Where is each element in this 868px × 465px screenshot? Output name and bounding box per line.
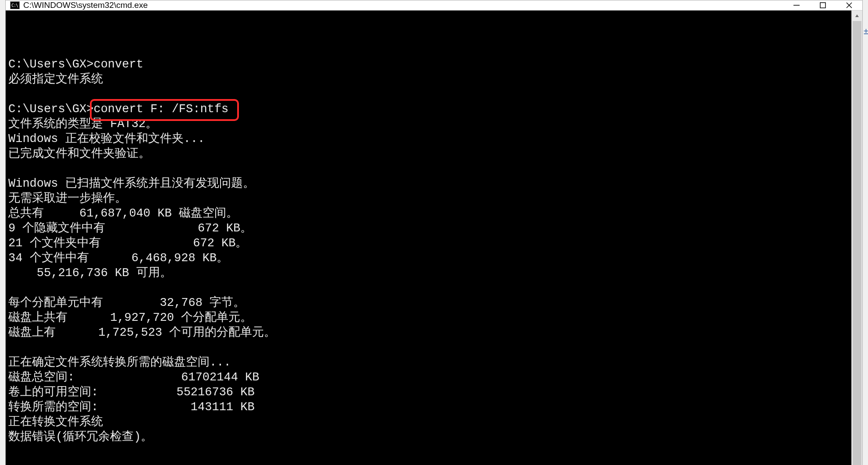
cmd-window: C:\ C:\WINDOWS\system32\cmd.exe C:\Users… bbox=[5, 0, 863, 465]
scroll-up-button[interactable] bbox=[852, 11, 862, 21]
terminal-area: C:\Users\GX>convert必须指定文件系统 C:\Users\GX>… bbox=[6, 11, 862, 465]
terminal-line: 正在确定文件系统转换所需的磁盘空间... bbox=[8, 355, 851, 370]
close-button[interactable] bbox=[836, 0, 862, 10]
scroll-track[interactable] bbox=[852, 21, 862, 465]
terminal-line: Windows 正在校验文件和文件夹... bbox=[8, 131, 851, 146]
terminal-line: 磁盘总空间: 61702144 KB bbox=[8, 370, 851, 385]
terminal-line: 34 个文件中有 6,468,928 KB。 bbox=[8, 251, 851, 266]
vertical-scrollbar[interactable] bbox=[851, 11, 862, 465]
terminal-line: 无需采取进一步操作。 bbox=[8, 191, 851, 206]
terminal-line bbox=[8, 340, 851, 355]
terminal-line: 9 个隐藏文件中有 672 KB。 bbox=[8, 221, 851, 236]
terminal-line: 必须指定文件系统 bbox=[8, 72, 851, 87]
terminal-line: 磁盘上共有 1,927,720 个分配单元。 bbox=[8, 310, 851, 325]
terminal-line: 55,216,736 KB 可用。 bbox=[8, 266, 851, 280]
window-controls bbox=[783, 0, 862, 10]
titlebar[interactable]: C:\ C:\WINDOWS\system32\cmd.exe bbox=[6, 0, 862, 11]
scroll-thumb[interactable] bbox=[853, 21, 861, 465]
terminal-line: 正在转换文件系统 bbox=[8, 415, 851, 430]
terminal-line bbox=[8, 459, 851, 465]
terminal-line bbox=[8, 87, 851, 102]
maximize-button[interactable] bbox=[810, 0, 836, 10]
terminal-line-highlighted: C:\Users\GX>convert F: /FS:ntfs bbox=[8, 102, 851, 117]
minimize-button[interactable] bbox=[783, 0, 810, 10]
background-edge-mark: ± bbox=[864, 26, 868, 36]
terminal-line bbox=[8, 444, 851, 459]
terminal-line: 数据错误(循环冗余检查)。 bbox=[8, 430, 851, 444]
terminal-line: 每个分配单元中有 32,768 字节。 bbox=[8, 295, 851, 310]
window-title: C:\WINDOWS\system32\cmd.exe bbox=[23, 0, 783, 10]
terminal-line: 21 个文件夹中有 672 KB。 bbox=[8, 236, 851, 251]
terminal-line: 磁盘上有 1,725,523 个可用的分配单元。 bbox=[8, 325, 851, 340]
terminal-line: C:\Users\GX>convert bbox=[8, 57, 851, 72]
terminal-line bbox=[8, 161, 851, 176]
terminal-line bbox=[8, 280, 851, 295]
terminal-line: 转换所需的空间: 143111 KB bbox=[8, 400, 851, 415]
terminal-output[interactable]: C:\Users\GX>convert必须指定文件系统 C:\Users\GX>… bbox=[6, 11, 851, 465]
cmd-icon: C:\ bbox=[10, 1, 20, 9]
svg-rect-1 bbox=[820, 3, 825, 8]
terminal-line: 文件系统的类型是 FAT32。 bbox=[8, 117, 851, 131]
terminal-line: 卷上的可用空间: 55216736 KB bbox=[8, 385, 851, 400]
terminal-line: Windows 已扫描文件系统并且没有发现问题。 bbox=[8, 176, 851, 191]
terminal-line: 总共有 61,687,040 KB 磁盘空间。 bbox=[8, 206, 851, 221]
terminal-line: 已完成文件和文件夹验证。 bbox=[8, 146, 851, 161]
svg-marker-4 bbox=[855, 14, 859, 17]
